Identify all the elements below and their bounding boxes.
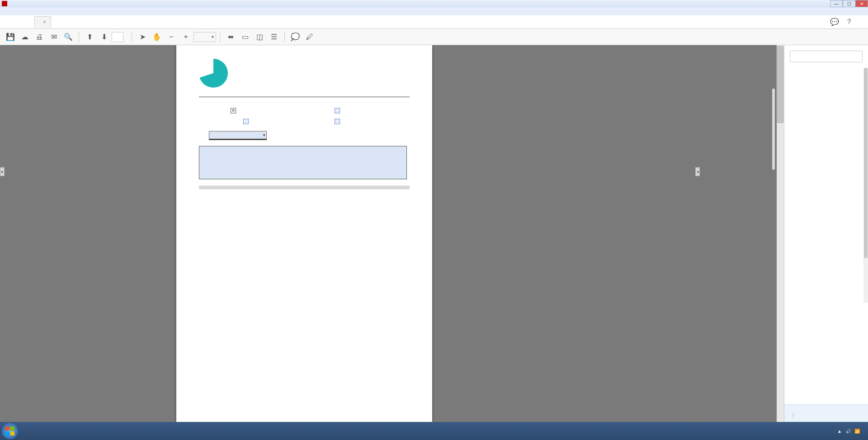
notifications-icon[interactable]: 💬 — [830, 18, 839, 26]
dept-support-checkbox[interactable] — [335, 119, 340, 124]
windows-logo-icon — [5, 426, 14, 435]
toolbar: 💾 ☁ 🖨 ✉ 🔍 ⬆ ⬇ ➤ ✋ − ＋ ⬌ ▭ ◫ ☰ 💭 🖊 — [0, 29, 868, 45]
selection-tool-icon[interactable]: ➤ — [136, 31, 149, 43]
trial-expired-banner: | — [784, 404, 868, 422]
toolbar-divider — [220, 32, 220, 42]
document-tab[interactable]: × — [34, 16, 51, 28]
email-icon[interactable]: ✉ — [47, 31, 61, 43]
hand-tool-icon[interactable]: ✋ — [150, 31, 164, 43]
tab-tools[interactable] — [16, 15, 33, 28]
dept-sales-checkbox[interactable] — [243, 119, 249, 124]
tab-home[interactable] — [0, 15, 16, 28]
search-icon[interactable]: 🔍 — [61, 31, 75, 43]
print-icon[interactable]: 🖨 — [33, 31, 46, 43]
window-titlebar: — ☐ ✕ — [0, 0, 868, 7]
company-logo-icon — [199, 59, 228, 88]
tools-search-input[interactable] — [790, 51, 863, 62]
highlight-icon[interactable]: 🖊 — [303, 31, 316, 43]
system-tray: ▲ 🔊 📶 — [834, 429, 866, 434]
page-up-icon[interactable]: ⬆ — [83, 31, 96, 43]
form-title — [199, 96, 410, 97]
dept-marketing-checkbox[interactable]: ✕ — [231, 108, 236, 113]
minimize-button[interactable]: — — [830, 0, 843, 7]
zoom-in-icon[interactable]: ＋ — [179, 31, 193, 43]
zoom-out-icon[interactable]: − — [165, 31, 178, 43]
toolbar-divider — [284, 32, 285, 42]
doc-scroll-thumb[interactable] — [777, 46, 783, 123]
toolbar-divider — [79, 32, 79, 42]
page-thumb-scrollbar[interactable] — [772, 89, 775, 170]
feedback-header-row — [199, 186, 410, 189]
toolbar-divider — [132, 32, 132, 42]
maximize-button[interactable]: ☐ — [843, 0, 855, 7]
help-icon[interactable]: ？ — [845, 17, 853, 27]
taskbar: ▲ 🔊 📶 — [0, 422, 868, 440]
timespent-dropdown[interactable] — [209, 131, 267, 139]
right-panel-collapser[interactable]: ◂ — [695, 167, 700, 176]
tray-flag-icon[interactable]: ▲ — [837, 429, 842, 434]
cloud-icon[interactable]: ☁ — [18, 31, 32, 43]
app-icon — [2, 1, 7, 6]
close-button[interactable]: ✕ — [855, 0, 868, 7]
top-tab-bar: × 💬 ？ — [0, 15, 868, 29]
fit-visible-icon[interactable]: ◫ — [253, 31, 266, 43]
start-button[interactable] — [2, 423, 18, 439]
fit-page-icon[interactable]: ▭ — [238, 31, 252, 43]
dropdown-selected[interactable] — [209, 131, 267, 139]
tools-scroll-thumb[interactable] — [864, 68, 868, 258]
zoom-select[interactable] — [193, 32, 216, 42]
save-icon[interactable]: 💾 — [4, 31, 17, 43]
pdf-page: ✕ — [176, 45, 432, 422]
tools-panel: | — [784, 45, 868, 422]
dropdown-list — [209, 139, 267, 140]
left-panel-expander[interactable]: ▸ — [0, 167, 5, 176]
page-number-input[interactable] — [112, 32, 123, 42]
comment-bubble-icon[interactable]: 💭 — [288, 31, 302, 43]
dept-finance-checkbox[interactable] — [335, 108, 340, 113]
general-comments-field[interactable] — [199, 146, 407, 179]
doc-scrollbar[interactable] — [777, 45, 784, 422]
tray-network-icon[interactable]: 📶 — [854, 429, 860, 434]
close-tab-icon[interactable]: × — [43, 19, 46, 25]
page-down-icon[interactable]: ⬇ — [97, 31, 111, 43]
fit-width-icon[interactable]: ⬌ — [224, 31, 237, 43]
document-viewport[interactable]: ▸ ◂ ✕ — [0, 45, 784, 422]
tools-scrollbar[interactable] — [863, 68, 868, 303]
tray-volume-icon[interactable]: 🔊 — [845, 429, 851, 434]
read-mode-icon[interactable]: ☰ — [267, 31, 281, 43]
menu-bar — [0, 7, 868, 15]
